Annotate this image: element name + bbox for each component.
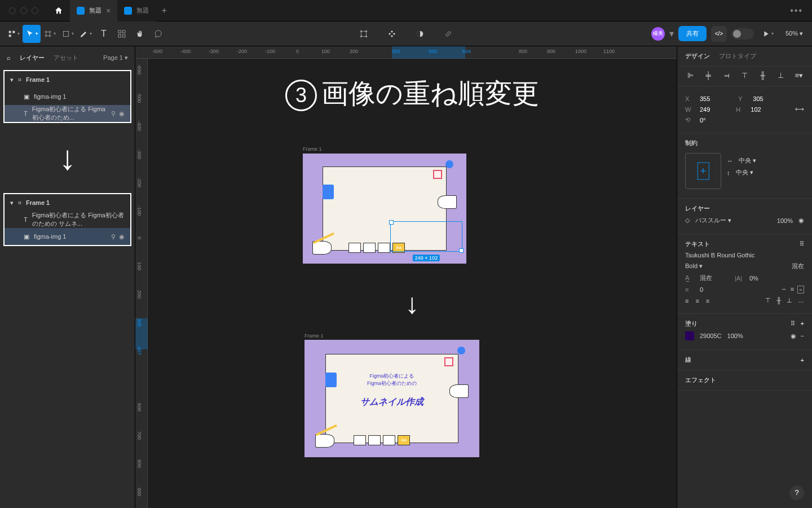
add-stroke-icon[interactable]: + (801, 357, 804, 364)
align-center-h-icon[interactable]: ╪ (703, 71, 713, 81)
letter-spacing-input[interactable]: 0% (749, 275, 758, 282)
fill-opacity-input[interactable]: 100% (727, 332, 743, 339)
w-input[interactable]: 249 (700, 106, 710, 113)
fill-styles-icon[interactable]: ⠿ (791, 320, 795, 327)
resources-tool[interactable] (113, 25, 131, 43)
more-text-icon[interactable]: … (798, 297, 804, 304)
h-input[interactable]: 102 (751, 106, 761, 113)
frame-thumbnail-1[interactable]: AaAaAaAa 249 × 102 (303, 154, 466, 264)
text-align-top-icon[interactable]: ⊤ (765, 297, 771, 304)
font-weight-select[interactable]: Bold ▾ (685, 262, 703, 270)
link-icon[interactable] (439, 25, 457, 43)
figma-file-icon (77, 7, 85, 15)
text-align-middle-icon[interactable]: ╫ (776, 297, 781, 304)
new-tab-button[interactable]: + (156, 6, 173, 16)
eye-icon[interactable]: ◉ (119, 110, 125, 117)
auto-height-icon[interactable]: ≡ (791, 286, 794, 294)
fill-swatch[interactable] (685, 331, 694, 340)
selection-box[interactable]: 249 × 102 (390, 221, 462, 252)
blend-mode-icon: ◇ (685, 217, 690, 224)
font-family-select[interactable]: Tsukushi B Round Gothic (685, 252, 755, 259)
help-button[interactable]: ? (789, 485, 804, 500)
hand-graphic (315, 434, 334, 448)
add-fill-icon[interactable]: + (801, 320, 804, 327)
frame-tool[interactable]: ▾ (41, 25, 59, 43)
layer-image[interactable]: ▣figma-img 1 (5, 88, 130, 105)
minimize-window[interactable] (20, 7, 27, 14)
layer-frame[interactable]: ▾⌗Frame 1 (5, 71, 130, 88)
component-icon[interactable] (383, 25, 401, 43)
close-window[interactable] (9, 7, 16, 14)
align-top-icon[interactable]: ⊤ (739, 71, 749, 81)
align-left-icon[interactable]: ⊫ (685, 71, 695, 81)
maximize-window[interactable] (32, 7, 38, 14)
text-align-bottom-icon[interactable]: ⊥ (787, 297, 792, 304)
constraint-v-select[interactable]: 中央 ▾ (736, 168, 753, 177)
user-avatar[interactable]: 瞳美 (651, 27, 665, 41)
page-selector[interactable]: Page 1 ▾ (103, 54, 128, 62)
zoom-dropdown[interactable]: 50% ▾ (781, 30, 807, 37)
frame-label[interactable]: Frame 1 (303, 146, 322, 152)
ruler-vertical: -600-500-400-300-200-1000100200 305407 6… (135, 59, 148, 508)
remove-fill-icon[interactable]: − (801, 332, 804, 340)
y-input[interactable]: 305 (753, 95, 763, 102)
auto-width-icon[interactable]: ↔ (781, 286, 787, 294)
design-tab[interactable]: デザイン (685, 52, 710, 60)
canvas[interactable]: 3画像の重ね順変更 Frame 1 AaAaAaAa 249 × 102 ↓ F… (148, 59, 677, 508)
eye-icon[interactable]: ◉ (798, 217, 804, 224)
distribute-icon[interactable]: ≡▾ (794, 71, 804, 81)
close-tab-icon[interactable]: × (106, 6, 111, 15)
align-center-v-icon[interactable]: ╫ (758, 71, 768, 81)
opacity-input[interactable]: 100% (777, 217, 793, 224)
dev-mode-button[interactable]: </> (711, 26, 727, 42)
svg-rect-5 (122, 30, 125, 33)
fill-hex-input[interactable]: 29005C (700, 332, 722, 339)
x-input[interactable]: 355 (700, 95, 710, 102)
mask-icon[interactable] (411, 25, 429, 43)
constraint-picker[interactable]: + (685, 153, 721, 189)
rotation-input[interactable]: 0° (700, 117, 706, 124)
unlock-icon[interactable]: ⚲ (111, 110, 116, 117)
file-tab-2[interactable]: 無題 (117, 0, 156, 21)
lock-ratio-icon[interactable]: ⟷ (795, 106, 804, 113)
text-align-left-icon[interactable]: ≡ (685, 297, 689, 304)
layer-text[interactable]: TFigma初心者による Figma初心者のための サムネ... (5, 211, 130, 228)
layer-frame[interactable]: ▾⌗Frame 1 (5, 194, 130, 211)
text-tool[interactable]: T (95, 25, 113, 43)
present-button[interactable]: ▾ (758, 25, 776, 43)
paragraph-input[interactable]: 0 (700, 286, 703, 293)
constraint-h-select[interactable]: 中央 ▾ (739, 156, 756, 165)
fixed-size-icon[interactable]: ▫ (797, 286, 804, 294)
layer-text[interactable]: TFigma初心者による Figma初心者のため...⚲◉ (5, 105, 130, 122)
more-menu[interactable]: ••• (781, 6, 812, 16)
eye-icon[interactable]: ◉ (119, 233, 125, 240)
pen-tool[interactable]: ▾ (77, 25, 95, 43)
edit-object-icon[interactable] (355, 25, 373, 43)
assets-tab[interactable]: アセット (54, 54, 78, 62)
blend-mode-select[interactable]: パススルー ▾ (695, 216, 731, 225)
figma-menu[interactable]: ▾ (5, 25, 23, 43)
move-tool[interactable]: ▾ (23, 25, 41, 43)
text-styles-icon[interactable]: ⠿ (800, 240, 804, 248)
frame-thumbnail-2[interactable]: Figma初心者によるFigma初心者のための サムネイル作成 AaAaAaAa (304, 340, 479, 457)
align-bottom-icon[interactable]: ⊥ (776, 71, 786, 81)
shape-tool[interactable]: ▾ (59, 25, 77, 43)
layers-tab[interactable]: レイヤー (20, 54, 45, 62)
unlock-icon[interactable]: ⚲ (111, 233, 116, 240)
text-align-right-icon[interactable]: ≡ (706, 297, 709, 304)
hand-tool[interactable] (131, 25, 149, 43)
line-height-input[interactable]: 混在 (700, 274, 712, 282)
frame-label[interactable]: Frame 1 (304, 333, 324, 339)
font-size-input[interactable]: 混在 (792, 262, 804, 270)
search-icon[interactable]: ⌕ (7, 54, 11, 61)
dev-mode-toggle[interactable] (731, 28, 754, 40)
layer-image[interactable]: ▣figma-img 1⚲◉ (5, 228, 130, 245)
align-right-icon[interactable]: ⫤ (721, 71, 731, 81)
prototype-tab[interactable]: プロトタイプ (719, 52, 756, 60)
eye-icon[interactable]: ◉ (791, 332, 796, 340)
share-button[interactable]: 共有 (678, 26, 707, 41)
comment-tool[interactable] (149, 25, 167, 43)
file-tab-1[interactable]: 無題 × (70, 0, 117, 21)
text-align-center-icon[interactable]: ≡ (695, 297, 699, 304)
home-tab[interactable] (47, 0, 70, 21)
